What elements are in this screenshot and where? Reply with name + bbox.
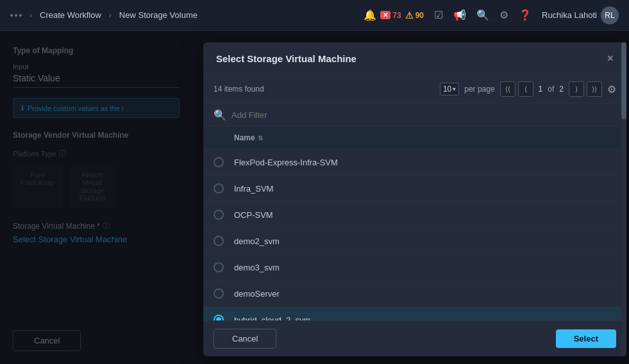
row-name: FlexPod-Express-Infra-SVM bbox=[234, 158, 338, 167]
modal-toolbar: 14 items found 10 ▾ per page ⟨⟨ ⟨ 1 of 2… bbox=[203, 75, 626, 104]
navbar-left: › Create Workflow › New Storage Volume bbox=[10, 10, 364, 20]
help-icon[interactable]: ❓ bbox=[519, 9, 532, 21]
modal-select-button[interactable]: Select bbox=[556, 329, 616, 348]
red-badge: ✕ 73 bbox=[380, 11, 401, 20]
radio-button[interactable] bbox=[214, 183, 224, 194]
items-found: 14 items found bbox=[214, 85, 264, 94]
filter-bar: 🔍 bbox=[203, 104, 626, 127]
page-navigation: ⟨⟨ ⟨ 1 of 2 ⟩ ⟩⟩ bbox=[500, 81, 602, 97]
bell-icon[interactable]: 🔔 bbox=[364, 9, 376, 21]
radio-button[interactable] bbox=[214, 262, 224, 272]
filter-input[interactable] bbox=[231, 110, 616, 120]
radio-button[interactable] bbox=[214, 315, 224, 320]
table-settings-button[interactable]: ⚙ bbox=[607, 83, 616, 95]
megaphone-icon[interactable]: 📢 bbox=[453, 9, 466, 21]
alert-badges: 🔔 ✕ 73 ⚠ 90 bbox=[364, 9, 424, 21]
row-name: hybrid_cloud_2_svm bbox=[234, 315, 310, 321]
dots-menu[interactable] bbox=[10, 14, 22, 17]
modal-footer: Cancel Select bbox=[203, 320, 626, 356]
gear-icon[interactable]: ⚙ bbox=[499, 9, 508, 21]
row-name: demo3_svm bbox=[234, 263, 280, 272]
user-name: Ruchika Lahoti bbox=[542, 10, 597, 20]
table-header: Name ⇅ bbox=[203, 127, 626, 149]
clipboard-icon[interactable]: ☑ bbox=[434, 9, 443, 21]
per-page-select[interactable]: 10 ▾ bbox=[440, 83, 459, 95]
modal-scrollbar-thumb[interactable] bbox=[621, 42, 626, 119]
row-name: demo2_svm bbox=[234, 236, 280, 246]
chevron-down-icon: ▾ bbox=[453, 86, 456, 92]
navbar-icons: 🔔 ✕ 73 ⚠ 90 ☑ 📢 🔍 ⚙ ❓ Ruchika Lahoti RL bbox=[364, 6, 619, 24]
warning-icon: ⚠ bbox=[405, 10, 414, 21]
page-of-label: of bbox=[548, 85, 554, 94]
current-page: 1 bbox=[536, 85, 546, 94]
table-row[interactable]: hybrid_cloud_2_svm bbox=[203, 307, 626, 320]
avatar: RL bbox=[601, 6, 619, 24]
row-name: Infra_SVM bbox=[234, 184, 273, 194]
name-column-header: Name ⇅ bbox=[234, 133, 616, 142]
next-page-button[interactable]: ⟩ bbox=[569, 81, 584, 97]
last-page-button[interactable]: ⟩⟩ bbox=[587, 81, 602, 97]
row-name: OCP-SVM bbox=[234, 210, 273, 220]
table-row[interactable]: demo2_svm bbox=[203, 228, 626, 254]
prev-page-button[interactable]: ⟨ bbox=[518, 81, 533, 97]
first-page-button[interactable]: ⟨⟨ bbox=[500, 81, 516, 97]
table-row[interactable]: Infra_SVM bbox=[203, 176, 626, 202]
radio-button[interactable] bbox=[214, 157, 224, 167]
radio-button[interactable] bbox=[214, 236, 224, 246]
per-page-label: per page bbox=[464, 85, 494, 94]
navbar: › Create Workflow › New Storage Volume 🔔… bbox=[0, 0, 629, 31]
modal-overlay: Select Storage Virtual Machine × 14 item… bbox=[0, 31, 629, 364]
table-row[interactable]: demoServer bbox=[203, 281, 626, 307]
sort-icon: ⇅ bbox=[258, 135, 263, 142]
modal-scrollbar[interactable] bbox=[621, 42, 626, 356]
table-row[interactable]: OCP-SVM bbox=[203, 202, 626, 228]
orange-badge: ⚠ 90 bbox=[405, 10, 424, 21]
user-menu[interactable]: Ruchika Lahoti RL bbox=[542, 6, 619, 24]
table-row[interactable]: demo3_svm bbox=[203, 254, 626, 281]
filter-search-icon: 🔍 bbox=[214, 109, 226, 121]
radio-button[interactable] bbox=[214, 210, 224, 220]
breadcrumb-chevron-1: › bbox=[29, 11, 32, 20]
modal-close-button[interactable]: × bbox=[607, 53, 614, 64]
breadcrumb-new-storage-volume[interactable]: New Storage Volume bbox=[119, 10, 197, 20]
modal-title: Select Storage Virtual Machine bbox=[216, 53, 356, 64]
breadcrumb-chevron-2: › bbox=[109, 11, 112, 20]
radio-button[interactable] bbox=[214, 288, 224, 299]
modal-cancel-button[interactable]: Cancel bbox=[214, 329, 276, 349]
red-badge-icon: ✕ bbox=[380, 11, 390, 19]
search-icon[interactable]: 🔍 bbox=[476, 9, 489, 21]
row-name: demoServer bbox=[234, 289, 280, 299]
breadcrumb-create-workflow[interactable]: Create Workflow bbox=[40, 10, 101, 20]
total-pages: 2 bbox=[557, 85, 566, 94]
main-area: Type of Mapping Input Static Value ℹ Pro… bbox=[0, 31, 629, 364]
modal: Select Storage Virtual Machine × 14 item… bbox=[203, 42, 626, 356]
table-container: Name ⇅ FlexPod-Express-Infra-SVM Infra_S… bbox=[203, 127, 626, 320]
table-rows: FlexPod-Express-Infra-SVM Infra_SVM OCP-… bbox=[203, 149, 626, 320]
modal-header: Select Storage Virtual Machine × bbox=[203, 42, 626, 75]
table-row[interactable]: FlexPod-Express-Infra-SVM bbox=[203, 149, 626, 176]
